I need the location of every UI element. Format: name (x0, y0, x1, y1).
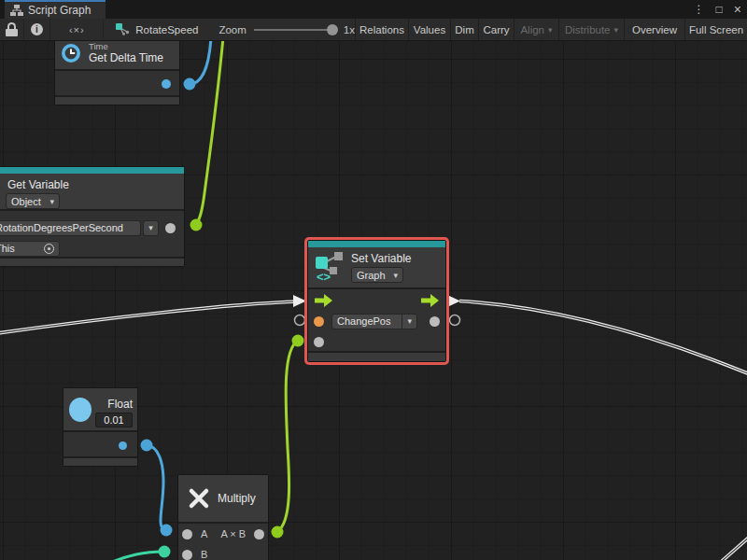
chevron-down-icon: ▾ (148, 223, 153, 232)
carry-button[interactable]: Carry (478, 19, 514, 40)
node-float[interactable]: Float (63, 387, 138, 467)
graph-asset-icon (116, 23, 130, 35)
zoom-slider-handle[interactable] (327, 24, 338, 35)
object-picker-icon[interactable] (44, 244, 54, 254)
lock-button[interactable] (0, 19, 24, 40)
unconnected-port-ring[interactable] (295, 315, 305, 326)
close-icon[interactable]: × (734, 3, 741, 16)
chevron-down-icon: ▾ (393, 271, 398, 280)
wire-flow-out (459, 301, 747, 375)
port-label-a: A (201, 528, 207, 539)
value-output-port[interactable] (165, 223, 176, 233)
input-port-a[interactable] (182, 529, 192, 539)
zoom-control: Zoom 1x (218, 19, 355, 40)
wire-delta-time (190, 41, 211, 84)
node-get-delta-time[interactable]: Time Get Delta Time (54, 41, 180, 105)
node-title: Set Variable (351, 252, 411, 265)
tab-script-graph[interactable]: Script Graph (5, 0, 106, 19)
tab-title: Script Graph (28, 4, 91, 17)
flow-input-port[interactable] (315, 294, 332, 307)
node-accent-bar (0, 167, 184, 174)
chevron-down-icon: ▾ (49, 197, 54, 206)
code-view-button[interactable]: ‹×› (50, 19, 104, 40)
full-screen-button[interactable]: Full Screen (684, 19, 747, 40)
wire-endpoint-teal (159, 546, 171, 558)
wire-endpoint-blue (161, 525, 173, 537)
chevron-down-icon: ▾ (548, 25, 553, 35)
variable-name-field[interactable]: RotationDegreesPerSecond (0, 220, 141, 236)
variable-kind-dropdown[interactable]: Graph ▾ (351, 267, 403, 283)
node-category: Time (89, 41, 163, 51)
svg-text:<>: <> (317, 270, 331, 282)
script-graph-icon (10, 5, 23, 16)
chevron-down-icon: ▾ (614, 25, 619, 35)
graph-canvas[interactable]: Time Get Delta Time Get Variable Object … (0, 41, 747, 560)
toolbar-buttons: Relations Values Dim Carry Align ▾ Distr… (355, 19, 747, 40)
wire-getvar-out (196, 41, 223, 225)
breadcrumb[interactable]: RotateSpeed (116, 19, 198, 40)
distribute-button[interactable]: Distribute ▾ (558, 19, 624, 40)
value-output-port[interactable] (162, 79, 171, 89)
title-bar: Script Graph ⋮ □ × (0, 0, 747, 19)
variable-kind-dropdown[interactable]: Object ▾ (6, 193, 60, 209)
node-set-variable[interactable]: <> Set Variable Graph ▾ (307, 240, 446, 362)
overview-button[interactable]: Overview (624, 19, 684, 40)
zoom-value: 1x (344, 24, 355, 35)
graph-toolbar: i ‹×› RotateSpeed Zoom 1x Relations (0, 19, 747, 41)
node-footer (0, 257, 184, 266)
wire-to-multiply-b (97, 552, 164, 560)
script-graph-window: Script Graph ⋮ □ × i ‹×› Rotat (0, 0, 747, 560)
node-title: Get Variable (7, 178, 184, 191)
node-multiply[interactable]: Multiply A A × B B (177, 474, 269, 560)
zoom-label: Zoom (218, 24, 246, 35)
flow-arrowhead-in (293, 295, 306, 307)
wire-endpoint-green (272, 526, 284, 539)
graph-variable-icon: <> (314, 252, 347, 282)
port-label-b: B (201, 549, 207, 560)
chevron-down-icon: ▾ (407, 316, 412, 326)
node-accent-bar (308, 241, 445, 247)
zoom-slider[interactable] (254, 19, 338, 41)
maximize-icon[interactable]: □ (716, 4, 723, 15)
window-controls: ⋮ □ × (694, 0, 741, 19)
dim-button[interactable]: Dim (450, 19, 478, 40)
value-output-port[interactable] (119, 441, 127, 450)
node-title: Float (95, 398, 133, 411)
node-footer (55, 95, 179, 105)
wire-endpoint-blue (141, 440, 153, 452)
align-button[interactable]: Align ▾ (514, 19, 558, 40)
output-port[interactable] (254, 529, 264, 539)
float-value-input[interactable] (95, 413, 133, 427)
target-object-field[interactable]: This (0, 241, 60, 257)
value-output-port[interactable] (430, 316, 440, 327)
wire-endpoint-blue (184, 78, 196, 91)
lock-icon (6, 22, 18, 36)
info-button[interactable]: i (24, 19, 51, 40)
variable-name-dropdown-button[interactable]: ▾ (143, 220, 159, 236)
info-icon: i (31, 23, 43, 35)
zoom-slider-track[interactable] (254, 29, 338, 31)
variable-name-dropdown[interactable]: ChangePos ▾ (331, 314, 417, 329)
wire-flow-corner (720, 536, 747, 560)
flow-arrowhead-out (447, 295, 460, 307)
port-label-output: A × B (220, 528, 246, 539)
unconnected-port-ring[interactable] (450, 315, 460, 326)
input-port-b[interactable] (182, 550, 192, 560)
graph-name: RotateSpeed (135, 24, 198, 35)
flow-arrow-icon (421, 294, 439, 307)
value-input-port[interactable] (314, 337, 324, 347)
wire-endpoint-green (292, 335, 304, 347)
menu-icon[interactable]: ⋮ (694, 4, 705, 15)
clock-icon (61, 43, 81, 63)
node-get-variable[interactable]: Get Variable Object ▾ RotationDegreesPer… (0, 166, 185, 267)
wire-multiply-to-setvar (277, 341, 298, 532)
relations-button[interactable]: Relations (355, 19, 408, 40)
wire-endpoint-green (190, 219, 203, 231)
variable-name-input-port[interactable] (314, 316, 324, 327)
wire-flow-in (0, 301, 300, 333)
flow-output-port[interactable] (421, 294, 439, 307)
values-button[interactable]: Values (408, 19, 450, 40)
node-title: Get Delta Time (89, 51, 163, 64)
multiply-icon (187, 486, 211, 511)
node-title: Multiply (218, 492, 256, 505)
